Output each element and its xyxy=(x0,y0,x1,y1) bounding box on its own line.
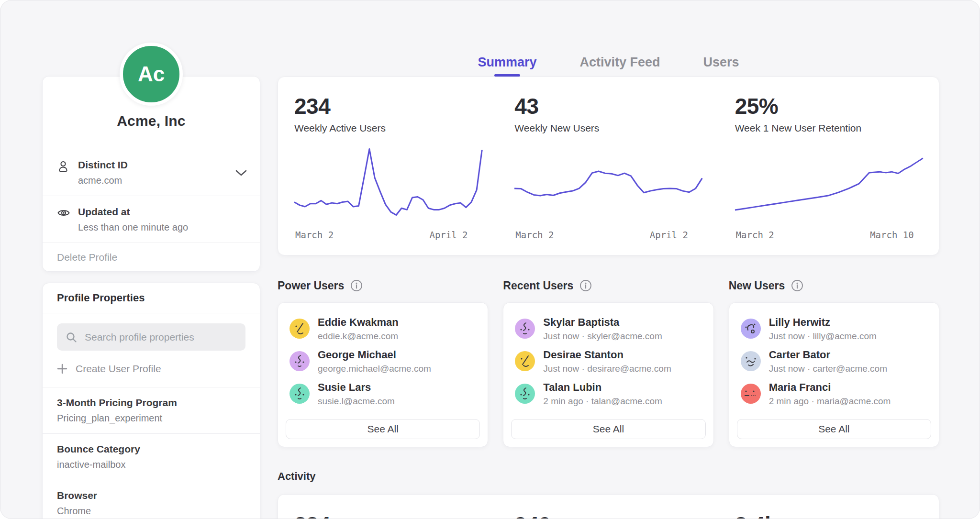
user-info: Susie Lars susie.l@acme.com xyxy=(318,381,395,407)
user-row[interactable]: Skylar Baptista Just now · skyler@acme.c… xyxy=(511,312,705,345)
user-name: Talan Lubin xyxy=(543,381,662,394)
new-users-card: Lilly Herwitz Just now · lilly@acme.com … xyxy=(729,302,939,447)
eye-icon xyxy=(57,206,69,221)
stat-panel-weekly-active-users: 234 Weekly Active Users March 2 April 2 xyxy=(278,77,498,255)
see-all-button[interactable]: See All xyxy=(286,419,480,439)
avatar xyxy=(515,351,535,371)
create-user-profile-label: Create User Profile xyxy=(76,363,161,375)
x-axis-labels: March 2 April 2 xyxy=(514,230,702,242)
user-row[interactable]: Lilly Herwitz Just now · lilly@acme.com xyxy=(737,312,931,345)
stat-label: Week 1 New User Retention xyxy=(735,122,923,134)
field-content: Updated at Less than one minute ago xyxy=(78,206,188,233)
user-meta: 2 min ago · talan@acme.com xyxy=(543,396,662,407)
user-meta: Just now · skyler@acme.com xyxy=(543,331,662,342)
user-info: Desirae Stanton Just now · desirare@acme… xyxy=(543,349,671,374)
chevron-down-icon[interactable] xyxy=(235,169,247,178)
user-name: Eddie Kwakman xyxy=(318,316,399,329)
user-row[interactable]: Susie Lars susie.l@acme.com xyxy=(286,377,480,410)
list-header: Power Users xyxy=(278,278,488,293)
user-meta: eddie.k@acme.com xyxy=(318,331,399,342)
user-info: Lilly Herwitz Just now · lilly@acme.com xyxy=(769,316,877,342)
list-title: New Users xyxy=(729,279,785,292)
new-users-column: New Users xyxy=(729,278,939,447)
user-meta: Just now · lilly@acme.com xyxy=(769,331,877,342)
stat-panel-weekly-new-users: 43 Weekly New Users March 2 April 2 xyxy=(498,77,718,255)
activity-stat: 940 xyxy=(498,495,718,519)
user-lists-row: Power Users xyxy=(278,278,939,447)
user-info: Talan Lubin 2 min ago · talan@acme.com xyxy=(543,381,662,407)
user-meta: george.michael@acme.com xyxy=(318,364,431,374)
user-name: Susie Lars xyxy=(318,381,395,394)
field-row-distinct-id[interactable]: Distinct ID acme.com xyxy=(43,149,260,196)
x-axis-tick: March 10 xyxy=(870,230,914,240)
company-avatar: Ac xyxy=(120,43,183,106)
user-row[interactable]: Desirae Stanton Just now · desirare@acme… xyxy=(511,345,705,377)
list-title: Recent Users xyxy=(503,279,573,292)
field-label: Distinct ID xyxy=(78,159,128,171)
info-icon[interactable] xyxy=(350,279,363,292)
recent-users-column: Recent Users xyxy=(503,278,713,447)
field-value: acme.com xyxy=(78,175,128,186)
stat-value: 43 xyxy=(514,94,702,119)
field-content: Distinct ID acme.com xyxy=(78,159,128,186)
person-icon xyxy=(57,159,69,176)
user-row[interactable]: Talan Lubin 2 min ago · talan@acme.com xyxy=(511,377,705,410)
avatar xyxy=(290,351,310,371)
list-header: Recent Users xyxy=(503,278,713,293)
user-name: Carter Bator xyxy=(769,349,887,361)
user-name: Desirae Stanton xyxy=(543,349,671,361)
property-row[interactable]: 3-Month Pricing Program Pricing_plan_exp… xyxy=(43,387,260,434)
delete-profile-button[interactable]: Delete Profile xyxy=(43,243,260,271)
property-name: Bounce Category xyxy=(57,443,245,455)
user-row[interactable]: Eddie Kwakman eddie.k@acme.com xyxy=(286,312,480,345)
property-row[interactable]: Bounce Category inactive-mailbox xyxy=(43,434,260,480)
sparkline-chart xyxy=(514,145,702,217)
tab-summary[interactable]: Summary xyxy=(478,55,536,77)
user-row[interactable]: Carter Bator Just now · carter@acme.com xyxy=(737,345,931,377)
plus-icon xyxy=(57,364,67,374)
activity-section-title: Activity xyxy=(278,470,315,483)
see-all-button[interactable]: See All xyxy=(511,419,705,439)
power-users-card: Eddie Kwakman eddie.k@acme.com George Mi… xyxy=(278,302,488,447)
power-users-column: Power Users xyxy=(278,278,488,447)
x-axis-tick: April 2 xyxy=(650,230,688,240)
info-icon[interactable] xyxy=(579,279,592,292)
company-name: Acme, Inc xyxy=(117,113,186,129)
user-info: George Michael george.michael@acme.com xyxy=(318,349,431,374)
property-value: Pricing_plan_experiment xyxy=(57,413,245,424)
property-row[interactable]: Browser Chrome xyxy=(43,480,260,519)
field-label: Updated at xyxy=(78,206,188,218)
avatar xyxy=(290,384,310,404)
list-header: New Users xyxy=(729,278,939,293)
recent-users-card: Skylar Baptista Just now · skyler@acme.c… xyxy=(503,302,713,447)
user-meta: 2 min ago · maria@acme.com xyxy=(769,396,891,407)
field-value: Less than one minute ago xyxy=(78,222,188,233)
stat-value: 234 xyxy=(294,94,482,119)
tab-users[interactable]: Users xyxy=(703,55,739,77)
create-user-profile-button[interactable]: Create User Profile xyxy=(57,363,161,375)
x-axis-tick: March 2 xyxy=(515,230,554,240)
user-row[interactable]: Maria Franci 2 min ago · maria@acme.com xyxy=(737,377,931,410)
property-name: Browser xyxy=(57,490,245,501)
search-box[interactable] xyxy=(57,323,245,351)
profile-properties-header: Profile Properties xyxy=(43,283,260,313)
profile-properties-title: Profile Properties xyxy=(57,292,145,304)
user-info: Carter Bator Just now · carter@acme.com xyxy=(769,349,887,374)
avatar xyxy=(515,384,535,404)
field-row-updated-at: Updated at Less than one minute ago xyxy=(43,196,260,243)
tab-activity-feed[interactable]: Activity Feed xyxy=(579,55,660,77)
stat-value: 25% xyxy=(735,94,923,119)
list-title: Power Users xyxy=(278,279,344,292)
activity-stat: 234 xyxy=(278,495,498,519)
property-name: 3-Month Pricing Program xyxy=(57,397,245,409)
stat-label: Weekly New Users xyxy=(514,122,702,134)
x-axis-tick: March 2 xyxy=(295,230,334,240)
user-name: Skylar Baptista xyxy=(543,316,662,329)
activity-stat: 3.4k xyxy=(719,495,939,519)
search-input[interactable] xyxy=(84,331,237,343)
see-all-button[interactable]: See All xyxy=(737,419,931,439)
user-row[interactable]: George Michael george.michael@acme.com xyxy=(286,345,480,377)
user-name: Lilly Herwitz xyxy=(769,316,877,329)
user-meta: Just now · desirare@acme.com xyxy=(543,364,671,374)
info-icon[interactable] xyxy=(791,279,803,292)
